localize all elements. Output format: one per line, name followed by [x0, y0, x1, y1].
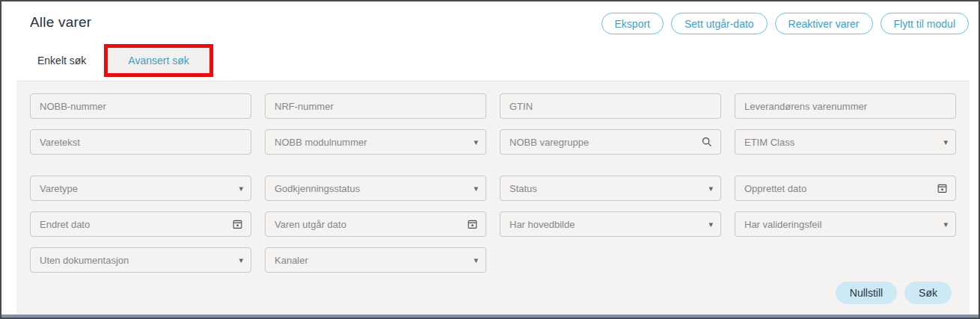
field-kanaler[interactable]: ▾	[265, 247, 486, 273]
bottom-divider-bar	[1, 315, 979, 318]
sett-utgar-dato-button[interactable]: Sett utgår-dato	[671, 13, 768, 34]
red-highlight-annotation: Avansert søk	[104, 44, 212, 77]
field-har-valideringsfeil[interactable]: ▾	[735, 211, 956, 237]
header-action-buttons: Eksport Sett utgår-dato Reaktiver varer …	[601, 13, 969, 34]
search-tabs: Enkelt søk Avansert søk	[37, 42, 979, 79]
caret-down-icon[interactable]: ▾	[474, 138, 478, 146]
advanced-search-panel: ▾▾ ▾▾▾▾▾▾▾ Nullstill Søk	[16, 81, 970, 315]
varen-utgar-dato-input[interactable]	[265, 211, 486, 237]
har-hovedbilde-input[interactable]	[500, 211, 721, 237]
field-etim-class[interactable]: ▾	[735, 129, 956, 155]
search-fields-group-1: ▾▾	[30, 93, 956, 155]
field-varetype[interactable]: ▾	[30, 176, 251, 201]
caret-down-icon[interactable]: ▾	[708, 220, 713, 229]
field-status[interactable]: ▾	[500, 176, 721, 201]
page-title: Alle varer	[30, 13, 91, 31]
field-varetekst[interactable]	[30, 129, 251, 155]
varetype-input[interactable]	[30, 176, 251, 201]
etim-class-input[interactable]	[735, 129, 956, 155]
caret-down-icon[interactable]: ▾	[943, 138, 948, 146]
tab-enkelt-sok[interactable]: Enkelt søk	[37, 47, 86, 74]
field-opprettet-dato[interactable]	[735, 176, 956, 201]
endret-dato-input[interactable]	[30, 211, 251, 237]
field-nrf-nummer[interactable]	[265, 93, 486, 119]
field-har-hovedbilde[interactable]: ▾	[500, 211, 721, 237]
nullstill-button[interactable]: Nullstill	[836, 282, 897, 304]
eksport-button[interactable]: Eksport	[601, 13, 664, 34]
uten-dokumentasjon-input[interactable]	[30, 247, 251, 273]
reaktiver-varer-button[interactable]: Reaktiver varer	[775, 13, 873, 34]
field-endret-dato[interactable]	[30, 211, 251, 237]
caret-down-icon[interactable]: ▾	[239, 185, 243, 193]
nrf-nummer-input[interactable]	[265, 93, 486, 119]
caret-down-icon[interactable]: ▾	[239, 256, 243, 264]
calendar-icon[interactable]	[232, 219, 243, 230]
caret-down-icon[interactable]: ▾	[474, 185, 478, 193]
caret-down-icon[interactable]: ▾	[474, 256, 478, 264]
search-fields-group-2: ▾▾▾▾▾▾▾	[30, 176, 956, 273]
status-input[interactable]	[500, 176, 721, 201]
caret-down-icon[interactable]: ▾	[943, 220, 948, 229]
field-uten-dokumentasjon[interactable]: ▾	[30, 247, 251, 273]
form-footer: Nullstill Søk	[30, 282, 956, 304]
kanaler-input[interactable]	[265, 247, 486, 273]
godkjenningsstatus-input[interactable]	[265, 176, 486, 201]
page-header: Alle varer Eksport Sett utgår-dato Reakt…	[1, 1, 979, 34]
caret-down-icon[interactable]: ▾	[708, 185, 713, 193]
field-nobb-nummer[interactable]	[30, 93, 251, 119]
field-godkjenningsstatus[interactable]: ▾	[265, 176, 486, 201]
flytt-til-modul-button[interactable]: Flytt til modul	[881, 13, 969, 34]
search-icon[interactable]	[701, 136, 713, 148]
field-varen-utgar-dato[interactable]	[265, 211, 486, 237]
leverandorens-varenummer-input[interactable]	[735, 93, 956, 119]
nobb-nummer-input[interactable]	[30, 93, 251, 119]
nobb-varegruppe-input[interactable]	[500, 129, 721, 155]
opprettet-dato-input[interactable]	[735, 176, 956, 201]
har-valideringsfeil-input[interactable]	[735, 211, 956, 237]
field-gtin[interactable]	[500, 93, 721, 119]
gtin-input[interactable]	[500, 93, 721, 119]
alle-varer-window: Alle varer Eksport Sett utgår-dato Reakt…	[0, 0, 980, 319]
calendar-icon[interactable]	[467, 219, 478, 230]
field-nobb-varegruppe[interactable]	[500, 129, 721, 155]
varetekst-input[interactable]	[30, 129, 251, 155]
calendar-icon[interactable]	[937, 183, 948, 194]
tab-avansert-sok[interactable]: Avansert søk	[108, 48, 209, 73]
sok-button[interactable]: Søk	[904, 282, 952, 304]
nobb-modulnummer-input[interactable]	[265, 129, 486, 155]
field-nobb-modulnummer[interactable]: ▾	[265, 129, 486, 155]
field-leverandorens-varenummer[interactable]	[735, 93, 956, 119]
